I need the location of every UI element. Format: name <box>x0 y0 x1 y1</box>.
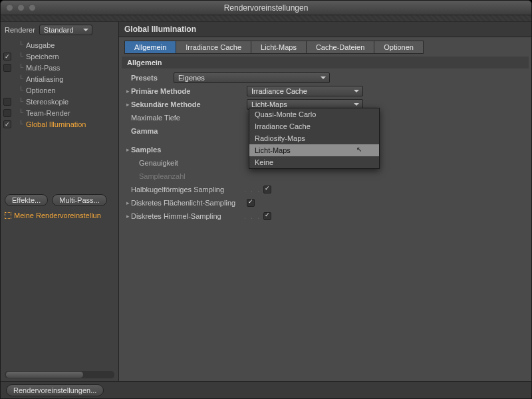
checkbox-blank <box>3 86 11 94</box>
sidebar-buttons: Effekte... Multi-Pass... <box>1 190 118 210</box>
sidebar-item-label: Ausgabe <box>26 41 55 49</box>
sidebar-item-label: Antialiasing <box>26 75 63 83</box>
primary-label: Primäre Methode <box>131 87 244 95</box>
sidebar-item-gi[interactable]: └Global Illumination <box>1 118 118 130</box>
row-samplecount: ▸ Sampleanzahl <box>124 170 526 183</box>
body: Renderer Standard └Ausgabe └Speichern └M… <box>1 22 531 381</box>
disclosure-icon[interactable]: ▸ <box>124 200 131 206</box>
sidebar-item-ausgabe[interactable]: └Ausgabe <box>1 39 118 51</box>
toolbar-texture <box>1 15 531 22</box>
tree-connector-icon: └ <box>14 64 23 71</box>
renderer-row: Renderer Standard <box>1 22 118 38</box>
accuracy-label: Genauigkeit <box>131 159 236 167</box>
sidebar-item-speichern[interactable]: └Speichern <box>1 51 118 62</box>
tab-irradiance[interactable]: Irradiance Cache <box>176 41 251 54</box>
tab-allgemein[interactable]: Allgemein <box>124 41 176 54</box>
dots: . . . <box>244 212 261 220</box>
checkbox-blank <box>3 41 11 49</box>
sidebar: Renderer Standard └Ausgabe └Speichern └M… <box>1 22 119 381</box>
sidebar-item-teamrender[interactable]: └Team-Render <box>1 107 118 118</box>
checkbox-blank <box>3 75 11 83</box>
tree-connector-icon: └ <box>14 53 23 60</box>
preset-icon <box>5 212 11 219</box>
traffic-lights <box>6 4 36 11</box>
minimize-icon[interactable] <box>17 4 25 11</box>
checkbox-icon[interactable] <box>3 109 11 117</box>
area-label: Diskretes Flächenlicht-Sampling <box>131 199 244 207</box>
disclosure-icon[interactable]: ▸ <box>124 213 131 219</box>
row-area: ▸ Diskretes Flächenlicht-Sampling <box>124 196 526 209</box>
hemi-checkbox[interactable] <box>263 186 271 194</box>
sidebar-item-antialiasing[interactable]: └Antialiasing <box>1 73 118 84</box>
option-label: Licht-Maps <box>255 146 291 154</box>
tab-cachedateien[interactable]: Cache-Dateien <box>307 41 374 54</box>
presets-dropdown[interactable]: Eigenes <box>174 72 330 83</box>
window: Rendervoreinstellungen Renderer Standard… <box>0 0 532 399</box>
row-sky: ▸ Diskretes Himmel-Sampling . . . <box>124 209 526 223</box>
dots: . . . <box>244 186 261 194</box>
tree-connector-icon: └ <box>14 98 23 105</box>
sidebar-item-label: Multi-Pass <box>26 64 60 72</box>
tab-bar: Allgemein Irradiance Cache Licht-Maps Ca… <box>119 37 531 54</box>
renderer-label: Renderer <box>5 26 35 34</box>
samplecount-label: Sampleanzahl <box>131 172 236 180</box>
sidebar-item-label: Team-Render <box>26 109 70 117</box>
sky-label: Diskretes Himmel-Sampling <box>131 212 244 220</box>
preset-row: Meine Rendervoreinstellun <box>1 210 118 221</box>
scrollbar-thumb[interactable] <box>6 372 83 378</box>
sidebar-item-label: Optionen <box>26 86 56 94</box>
tab-optionen[interactable]: Optionen <box>374 41 424 54</box>
renderer-select[interactable]: Standard <box>39 25 92 35</box>
form: ▸ Presets Eigenes ▸ Primäre Methode Irra… <box>119 70 531 224</box>
footer: Rendervoreinstellungen... <box>1 381 531 398</box>
gamma-label: Gamma <box>131 127 244 135</box>
disclosure-icon[interactable]: ▸ <box>124 88 131 94</box>
checkbox-icon[interactable] <box>3 98 11 106</box>
sidebar-item-label: Global Illumination <box>26 120 86 128</box>
row-primary: ▸ Primäre Methode Irradiance Cache <box>124 84 526 98</box>
presets-label: Presets <box>131 74 171 82</box>
area-checkbox[interactable] <box>247 199 255 207</box>
samples-label: Samples <box>131 146 244 154</box>
checkbox-icon[interactable] <box>3 53 11 61</box>
tab-lichtmaps[interactable]: Licht-Maps <box>251 41 307 54</box>
dropdown-option-radiosity[interactable]: Radiosity-Maps <box>249 132 379 144</box>
checkbox-icon[interactable] <box>3 120 11 128</box>
dropdown-option-ic[interactable]: Irradiance Cache <box>249 120 379 132</box>
preset-label: Meine Rendervoreinstellun <box>14 211 101 219</box>
main-panel: Global Illumination Allgemein Irradiance… <box>119 22 531 381</box>
dropdown-option-keine[interactable]: Keine <box>249 156 379 168</box>
sidebar-item-optionen[interactable]: └Optionen <box>1 84 118 96</box>
row-hemi: ▸ Halbkugelförmiges Sampling . . . <box>124 183 526 196</box>
hemi-label: Halbkugelförmiges Sampling <box>131 186 244 194</box>
tree-connector-icon: └ <box>14 120 23 128</box>
sidebar-item-label: Stereoskopie <box>26 98 68 106</box>
disclosure-icon[interactable]: ▸ <box>124 146 131 153</box>
zoom-icon[interactable] <box>29 4 36 11</box>
tree-connector-icon: └ <box>14 86 23 94</box>
secondary-dropdown-menu: Quasi-Monte Carlo Irradiance Cache Radio… <box>249 108 380 169</box>
sky-checkbox[interactable] <box>263 212 271 220</box>
sidebar-item-multipass[interactable]: └Multi-Pass <box>1 62 118 73</box>
preset-item[interactable]: Meine Rendervoreinstellun <box>5 211 101 219</box>
primary-dropdown[interactable]: Irradiance Cache <box>247 86 363 96</box>
disclosure-icon[interactable]: ▸ <box>124 101 131 108</box>
close-icon[interactable] <box>6 4 13 11</box>
multipass-button[interactable]: Multi-Pass... <box>52 194 107 206</box>
sidebar-item-stereoskopie[interactable]: └Stereoskopie <box>1 96 118 107</box>
tree-connector-icon: └ <box>14 41 23 49</box>
horizontal-scrollbar[interactable] <box>5 371 114 378</box>
dropdown-option-qmc[interactable]: Quasi-Monte Carlo <box>249 108 379 120</box>
secondary-label: Sekundäre Methode <box>131 100 244 108</box>
tree-connector-icon: └ <box>14 75 23 82</box>
tree-connector-icon: └ <box>14 109 23 116</box>
window-title: Rendervoreinstellungen <box>6 3 526 13</box>
dropdown-option-lichtmaps[interactable]: Licht-Maps↖ <box>249 144 379 156</box>
checkbox-icon[interactable] <box>3 64 11 72</box>
panel-title: Global Illumination <box>119 22 531 37</box>
sidebar-item-label: Speichern <box>26 53 59 61</box>
sidebar-tree: └Ausgabe └Speichern └Multi-Pass └Antiali… <box>1 38 118 190</box>
effects-button[interactable]: Effekte... <box>5 194 48 206</box>
section-header: Allgemein <box>122 57 529 68</box>
render-settings-button[interactable]: Rendervoreinstellungen... <box>6 384 104 396</box>
